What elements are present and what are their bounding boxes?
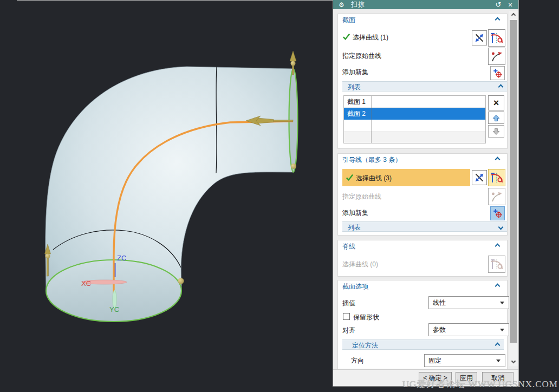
list-item-empty[interactable] bbox=[344, 120, 485, 132]
collapse-chevron-icon[interactable] bbox=[495, 17, 500, 23]
origin-curve-disabled-icon bbox=[490, 190, 504, 204]
section-options-header[interactable]: 截面选项 bbox=[338, 282, 507, 291]
application-window: ZC XC YC ⚙ 扫掠 ↺ × 截面 选择曲线 (1) bbox=[0, 0, 559, 392]
arrow-down-icon bbox=[492, 127, 500, 136]
dialog-scrollbar[interactable] bbox=[509, 11, 518, 366]
spine-group-title: 脊线 bbox=[342, 242, 355, 251]
selection-filter-button[interactable] bbox=[472, 170, 487, 185]
section-origin-curve-label[interactable]: 指定原始曲线 bbox=[342, 51, 381, 61]
direction-label: 方向 bbox=[351, 356, 364, 365]
add-set-icon bbox=[492, 208, 503, 219]
guides-select-curve-label[interactable]: 选择曲线 (3) bbox=[356, 174, 392, 183]
preserve-shape-label[interactable]: 保留形状 bbox=[353, 313, 379, 322]
interpolation-label: 插值 bbox=[342, 299, 355, 308]
right-section-knob[interactable] bbox=[291, 164, 296, 169]
section-group: 截面 选择曲线 (1) bbox=[337, 14, 508, 149]
bottom-right-knob[interactable] bbox=[178, 278, 184, 284]
move-down-button[interactable] bbox=[488, 125, 504, 138]
list-item[interactable]: 截面 1 bbox=[344, 96, 485, 108]
guides-curve-rule-button[interactable] bbox=[488, 169, 505, 186]
alignment-label: 对齐 bbox=[342, 326, 355, 335]
check-icon bbox=[342, 32, 350, 41]
guides-origin-curve-label: 指定原始曲线 bbox=[342, 192, 381, 201]
viewport-top-edge bbox=[17, 0, 333, 1]
sweep-dialog: ⚙ 扫掠 ↺ × 截面 选择曲线 (1) bbox=[333, 0, 519, 387]
collapse-chevron-icon[interactable] bbox=[495, 157, 500, 162]
wcs-yc-label: YC bbox=[109, 305, 119, 313]
wcs-xc-label: XC bbox=[81, 279, 91, 288]
interpolation-value: 线性 bbox=[433, 299, 446, 306]
curve-rule-icon bbox=[490, 31, 504, 45]
move-up-button[interactable] bbox=[488, 112, 504, 124]
section-add-set-button[interactable] bbox=[490, 66, 505, 80]
section-group-title: 截面 bbox=[342, 16, 355, 25]
guides-origin-curve-button bbox=[488, 188, 505, 205]
spine-curve-rule-button bbox=[488, 256, 505, 273]
guides-list-title: 列表 bbox=[348, 223, 361, 232]
dialog-titlebar[interactable]: ⚙ 扫掠 ↺ × bbox=[333, 0, 518, 9]
dialog-title: 扫掠 bbox=[351, 0, 365, 9]
crossing-arrows-icon bbox=[473, 32, 485, 44]
guides-add-set-button[interactable] bbox=[490, 206, 505, 220]
close-icon[interactable]: × bbox=[505, 0, 515, 9]
positioning-header[interactable]: 定位方法 bbox=[342, 339, 504, 350]
section-group-header[interactable]: 截面 bbox=[338, 15, 507, 25]
section-select-curve-label[interactable]: 选择曲线 (1) bbox=[353, 33, 388, 42]
spine-select-curve-label: 选择曲线 (0) bbox=[342, 260, 378, 269]
remove-item-button[interactable]: × bbox=[488, 95, 504, 110]
arrow-up-icon bbox=[492, 114, 500, 122]
interpolation-select[interactable]: 线性 bbox=[428, 296, 509, 309]
guides-group-title: 引导线（最多 3 条） bbox=[342, 155, 401, 165]
section-origin-curve-button[interactable] bbox=[488, 48, 505, 65]
chevron-down-icon bbox=[496, 360, 500, 362]
guides-group-header[interactable]: 引导线（最多 3 条） bbox=[338, 155, 507, 165]
model-canvas[interactable]: ZC XC YC bbox=[0, 0, 333, 392]
guides-add-set-label[interactable]: 添加新集 bbox=[342, 208, 368, 218]
delete-x-icon: × bbox=[493, 97, 499, 109]
expand-chevron-icon[interactable] bbox=[498, 225, 504, 230]
crossing-arrows-icon bbox=[473, 172, 485, 184]
direction-select[interactable]: 固定 bbox=[424, 354, 505, 367]
collapse-chevron-icon[interactable] bbox=[495, 343, 500, 348]
direction-value: 固定 bbox=[428, 357, 441, 364]
gear-icon: ⚙ bbox=[339, 1, 344, 9]
watermark-text: UG爱好者论坛 WWW.UGSNX.COM bbox=[402, 378, 558, 390]
section-curve-rule-button[interactable] bbox=[488, 29, 505, 47]
curve-rule-icon bbox=[490, 171, 504, 185]
scrollbar-thumb[interactable] bbox=[510, 20, 517, 343]
spine-group-header[interactable]: 脊线 bbox=[338, 241, 507, 251]
collapse-chevron-icon[interactable] bbox=[495, 284, 500, 289]
list-item-selected[interactable]: 截面 2 bbox=[344, 108, 485, 120]
scroll-down-button[interactable] bbox=[509, 357, 518, 366]
collapse-chevron-icon[interactable] bbox=[495, 244, 500, 249]
alignment-select[interactable]: 参数 bbox=[428, 323, 509, 336]
chevron-up-icon bbox=[511, 13, 516, 17]
spine-group: 脊线 选择曲线 (0) bbox=[337, 240, 508, 277]
positioning-title: 定位方法 bbox=[352, 341, 378, 350]
collapse-chevron-icon[interactable] bbox=[498, 84, 504, 90]
guides-group: 引导线（最多 3 条） 选择曲线 (3) bbox=[337, 153, 508, 236]
section-add-set-label[interactable]: 添加新集 bbox=[342, 68, 368, 77]
section-list-title: 列表 bbox=[348, 83, 361, 92]
selection-filter-button[interactable] bbox=[472, 30, 487, 45]
wcs-zc-label: ZC bbox=[117, 254, 126, 262]
check-icon bbox=[346, 173, 354, 181]
add-set-icon bbox=[492, 68, 503, 79]
curve-rule-disabled-icon bbox=[490, 257, 504, 271]
section-options-title: 截面选项 bbox=[342, 282, 368, 291]
chevron-down-icon bbox=[500, 302, 504, 304]
origin-curve-icon bbox=[490, 49, 504, 63]
alignment-value: 参数 bbox=[433, 326, 446, 334]
section-list-header[interactable]: 列表 bbox=[342, 81, 507, 92]
section-options-group: 截面选项 插值 线性 保留形状 对齐 参数 定位方法 方向 固定 bbox=[337, 280, 508, 369]
3d-viewport[interactable]: ZC XC YC bbox=[0, 0, 333, 392]
list-item-empty[interactable] bbox=[344, 132, 485, 143]
reset-icon[interactable]: ↺ bbox=[493, 0, 503, 9]
scroll-up-button[interactable] bbox=[509, 11, 518, 19]
section-list[interactable]: 截面 1 截面 2 bbox=[343, 95, 486, 143]
preserve-shape-checkbox[interactable] bbox=[343, 313, 350, 320]
chevron-down-icon bbox=[500, 329, 504, 331]
guides-list-header[interactable]: 列表 bbox=[342, 221, 507, 232]
list-column-divider bbox=[371, 96, 372, 143]
chevron-down-icon bbox=[511, 358, 516, 363]
